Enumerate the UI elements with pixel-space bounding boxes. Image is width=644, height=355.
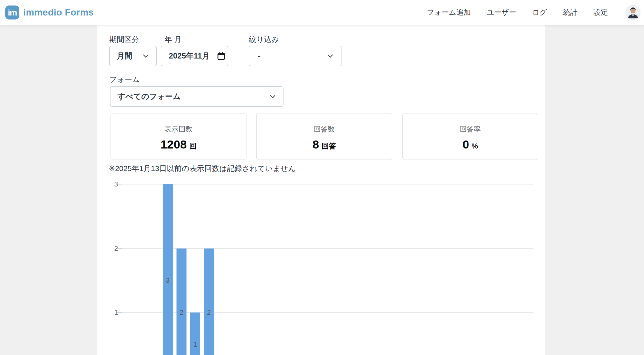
nav-item-users[interactable]: ユーザー xyxy=(487,8,516,18)
y-tick-label: 2 xyxy=(97,244,118,252)
bar-value-label: 2 xyxy=(204,308,214,316)
bar-slot-6[interactable] xyxy=(190,312,200,355)
app-header: im immedio Forms フォーム追加 ユーザー ログ 統計 設定 xyxy=(0,0,644,25)
bar-slot-5[interactable] xyxy=(176,248,186,355)
nav-item-stats[interactable]: 統計 xyxy=(563,8,578,18)
main-content: 期間区分 年 月 絞り込み 月間 2025年11月 - フォーム すべてのフォー… xyxy=(97,25,545,355)
nav-item-logs[interactable]: ログ xyxy=(532,8,547,18)
y-tick-label: 1 xyxy=(97,308,118,316)
bar-slot-7[interactable] xyxy=(204,248,214,355)
nav-item-add-form[interactable]: フォーム追加 xyxy=(427,8,471,18)
y-axis-line xyxy=(122,184,122,355)
person-icon xyxy=(626,6,640,20)
main-nav: フォーム追加 ユーザー ログ 統計 設定 xyxy=(427,5,644,20)
bar-chart: 1233212 xyxy=(97,25,545,355)
gridline-y3 xyxy=(122,184,533,184)
y-tick-label: 3 xyxy=(97,180,118,188)
bar-value-label: 3 xyxy=(163,276,173,284)
brand-name: immedio Forms xyxy=(23,7,94,18)
bar-value-label: 2 xyxy=(176,308,186,316)
bar-value-label: 1 xyxy=(190,340,200,348)
bar-slot-4[interactable] xyxy=(163,184,173,355)
user-avatar[interactable] xyxy=(626,5,640,20)
logo-mark-icon: im xyxy=(5,6,19,20)
brand-logo[interactable]: im immedio Forms xyxy=(5,6,94,20)
nav-item-settings[interactable]: 設定 xyxy=(594,8,608,18)
